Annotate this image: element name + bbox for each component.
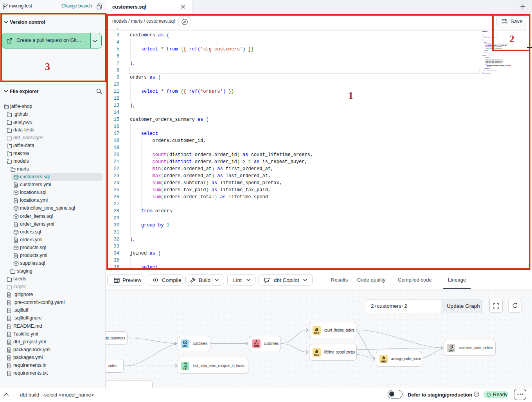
svg-text:?: ? xyxy=(475,392,477,396)
